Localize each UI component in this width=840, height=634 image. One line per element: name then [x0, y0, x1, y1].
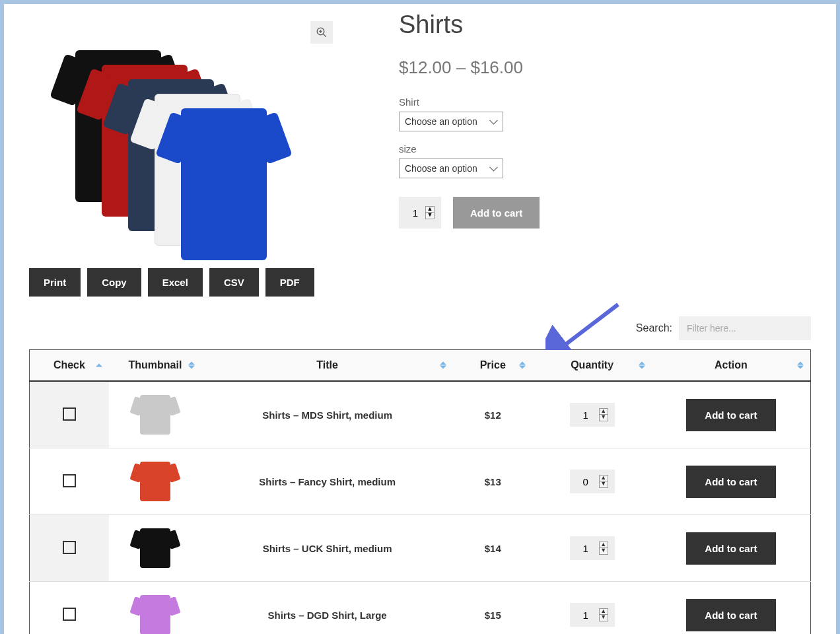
table-row: Shirts – UCK Shirt, medium $14 ▲ ▼ Add t… [30, 515, 811, 582]
row-thumbnail[interactable] [132, 523, 178, 573]
sort-icon [797, 362, 804, 369]
sort-icon [639, 362, 645, 369]
row-add-to-cart-button[interactable]: Add to cart [686, 399, 775, 431]
row-title: Shirts – DGD Shirt, Large [201, 582, 453, 635]
row-price: $14 [453, 515, 532, 582]
row-checkbox[interactable] [63, 407, 76, 421]
quantity-down-icon[interactable]: ▼ [600, 415, 608, 421]
quantity-down-icon[interactable]: ▼ [600, 615, 608, 621]
col-thumbnail[interactable]: Thumbnail [109, 350, 201, 382]
row-add-to-cart-button[interactable]: Add to cart [686, 599, 775, 631]
size-select[interactable]: Choose an option [399, 158, 503, 178]
pdf-button[interactable]: PDF [265, 268, 314, 297]
col-action[interactable]: Action [652, 350, 811, 382]
row-quantity-stepper[interactable]: ▲ ▼ [570, 470, 615, 493]
svg-line-1 [323, 34, 326, 37]
add-to-cart-button[interactable]: Add to cart [453, 197, 540, 229]
csv-button[interactable]: CSV [209, 268, 259, 297]
sort-icon [519, 362, 526, 369]
row-price: $15 [453, 582, 532, 635]
table-row: Shirts – DGD Shirt, Large $15 ▲ ▼ Add to… [30, 582, 811, 635]
quantity-down-icon[interactable]: ▼ [426, 213, 434, 219]
quantity-down-icon[interactable]: ▼ [600, 481, 608, 487]
row-title: Shirts – MDS Shirt, medium [201, 381, 453, 448]
row-title: Shirts – Fancy Shirt, medium [201, 448, 453, 515]
quantity-stepper[interactable]: ▲ ▼ [399, 197, 441, 229]
row-thumbnail[interactable] [132, 590, 178, 634]
col-title[interactable]: Title [201, 350, 453, 382]
shirt-select[interactable]: Choose an option [399, 112, 503, 131]
option-label-size: size [399, 143, 811, 155]
row-quantity-stepper[interactable]: ▲ ▼ [570, 403, 615, 427]
variants-table: Check Thumbnail Title Price Quantity [29, 349, 811, 634]
col-check[interactable]: Check [30, 350, 109, 382]
product-details: Shirts $12.00 – $16.00 Shirt Choose an o… [399, 11, 811, 248]
quantity-input[interactable] [405, 207, 425, 219]
copy-button[interactable]: Copy [87, 268, 141, 297]
row-quantity-input[interactable] [577, 476, 595, 488]
row-add-to-cart-button[interactable]: Add to cart [686, 466, 775, 498]
col-price[interactable]: Price [453, 350, 532, 382]
excel-button[interactable]: Excel [148, 268, 203, 297]
page-title: Shirts [399, 11, 811, 39]
search-input[interactable] [679, 316, 811, 340]
product-image[interactable] [75, 50, 260, 248]
search-label: Search: [636, 322, 672, 334]
row-quantity-input[interactable] [577, 609, 595, 621]
row-price: $13 [453, 448, 532, 515]
row-add-to-cart-button[interactable]: Add to cart [686, 532, 775, 565]
row-quantity-stepper[interactable]: ▲ ▼ [570, 536, 615, 560]
row-checkbox[interactable] [63, 541, 76, 554]
row-checkbox[interactable] [63, 474, 76, 487]
product-image-column [29, 11, 372, 248]
zoom-icon[interactable] [310, 21, 333, 44]
price-range: $12.00 – $16.00 [399, 57, 811, 78]
sort-icon [96, 364, 102, 367]
sort-icon [188, 362, 195, 369]
row-quantity-input[interactable] [577, 409, 595, 421]
quantity-down-icon[interactable]: ▼ [600, 548, 608, 554]
table-row: Shirts – Fancy Shirt, medium $13 ▲ ▼ Add… [30, 448, 811, 515]
row-thumbnail[interactable] [132, 456, 178, 507]
row-title: Shirts – UCK Shirt, medium [201, 515, 453, 582]
sort-icon [440, 362, 446, 369]
table-row: Shirts – MDS Shirt, medium $12 ▲ ▼ Add t… [30, 381, 811, 448]
print-button[interactable]: Print [29, 268, 81, 297]
row-checkbox[interactable] [63, 608, 76, 621]
col-quantity[interactable]: Quantity [532, 350, 651, 382]
row-price: $12 [453, 381, 532, 448]
row-thumbnail[interactable] [132, 390, 178, 440]
export-toolbar: Print Copy Excel CSV PDF [29, 268, 811, 297]
row-quantity-stepper[interactable]: ▲ ▼ [570, 603, 615, 627]
option-label-shirt: Shirt [399, 96, 811, 108]
row-quantity-input[interactable] [577, 542, 595, 555]
